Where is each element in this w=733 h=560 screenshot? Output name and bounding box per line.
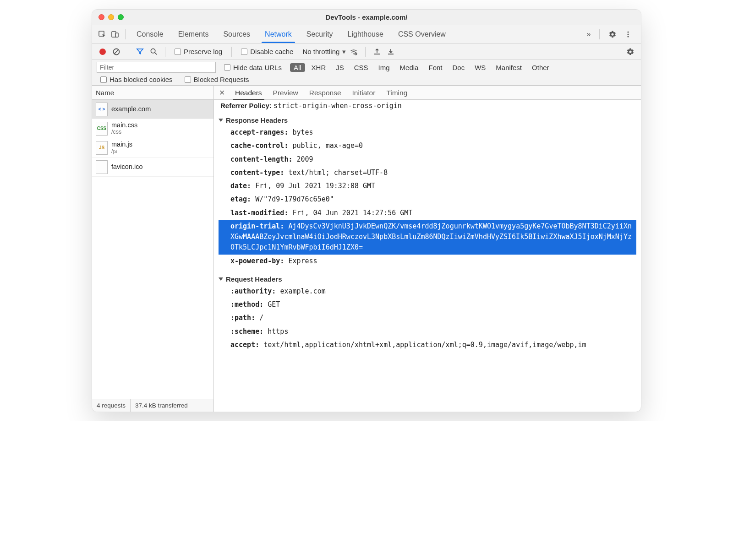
blocked-requests-checkbox[interactable]: Blocked Requests [185, 76, 249, 83]
traffic-lights [98, 14, 124, 20]
detail-tab-initiator[interactable]: Initiator [347, 86, 381, 99]
hide-data-urls-label: Hide data URLs [233, 64, 282, 71]
export-har-icon[interactable] [385, 46, 397, 58]
header-value: Fri, 04 Jun 2021 14:27:56 GMT [292, 209, 412, 217]
header-row[interactable]: content-length: 2009 [219, 153, 636, 166]
disable-cache-checkbox[interactable]: Disable cache [241, 48, 293, 55]
more-menu-icon[interactable] [622, 28, 635, 41]
tab-security[interactable]: Security [299, 25, 340, 43]
header-row[interactable]: accept: text/html,application/xhtml+xml,… [219, 338, 636, 352]
header-value: W/"7d9-179d76c65e0" [255, 195, 334, 203]
has-blocked-cookies-checkbox[interactable]: Has blocked cookies [100, 76, 173, 83]
request-headers-toggle[interactable]: Request Headers [219, 273, 636, 285]
header-row[interactable]: x-powered-by: Express [219, 255, 636, 268]
main-split: Name < >example.comCSSmain.css/cssJSmain… [92, 86, 641, 412]
network-settings-icon[interactable] [624, 46, 636, 58]
blocked-requests-label: Blocked Requests [194, 76, 249, 83]
divider [125, 29, 126, 39]
header-row[interactable]: :authority: example.com [219, 285, 636, 298]
throttling-select[interactable]: No throttling ▾ [302, 48, 346, 56]
js-file-icon: JS [96, 141, 108, 155]
tab-network[interactable]: Network [257, 25, 299, 43]
type-filter-js[interactable]: JS [332, 63, 348, 72]
search-icon[interactable] [148, 46, 159, 58]
clear-button[interactable] [110, 46, 122, 58]
divider [365, 47, 366, 57]
request-name: main.css [111, 122, 137, 129]
type-filter-manifest[interactable]: Manifest [492, 63, 525, 72]
header-name: accept: [230, 341, 263, 349]
svg-point-8 [151, 49, 155, 53]
request-row[interactable]: JSmain.js/js [92, 138, 213, 158]
filter-input[interactable] [97, 62, 216, 73]
header-row[interactable]: :method: GET [219, 298, 636, 311]
ico-file-icon [96, 160, 108, 174]
request-row[interactable]: < >example.com [92, 100, 213, 119]
type-filter-ws[interactable]: WS [471, 63, 489, 72]
type-filter-other[interactable]: Other [528, 63, 553, 72]
import-har-icon[interactable] [371, 46, 383, 58]
tab-console[interactable]: Console [129, 25, 171, 43]
header-value: https [268, 327, 288, 336]
inspect-element-icon[interactable] [96, 28, 109, 41]
type-filter-all[interactable]: All [290, 63, 305, 72]
header-name: :scheme: [230, 327, 268, 336]
detail-tab-headers[interactable]: Headers [230, 86, 268, 99]
css-file-icon: CSS [96, 122, 108, 136]
hide-data-urls-checkbox[interactable]: Hide data URLs [224, 64, 282, 71]
detail-tab-preview[interactable]: Preview [268, 86, 304, 99]
throttling-value: No throttling [302, 48, 339, 55]
tabs-overflow-button[interactable]: » [582, 30, 596, 38]
response-headers-toggle[interactable]: Response Headers [219, 114, 636, 126]
header-row[interactable]: :path: / [219, 311, 636, 325]
checkbox-icon [100, 76, 107, 83]
close-window-button[interactable] [98, 14, 104, 20]
header-name: date: [230, 182, 255, 190]
tab-lighthouse[interactable]: Lighthouse [340, 25, 391, 43]
header-row[interactable]: accept-ranges: bytes [219, 126, 636, 139]
header-row[interactable]: last-modified: Fri, 04 Jun 2021 14:27:56… [219, 207, 636, 220]
divider [231, 47, 232, 57]
filter-toggle-icon[interactable] [134, 46, 146, 58]
network-conditions-icon[interactable] [348, 46, 360, 58]
type-filter-xhr[interactable]: XHR [308, 63, 330, 72]
type-filter-css[interactable]: CSS [350, 63, 372, 72]
panel-tabbar: ConsoleElementsSourcesNetworkSecurityLig… [92, 25, 641, 43]
header-value: example.com [280, 287, 325, 295]
request-row[interactable]: favicon.ico [92, 158, 213, 177]
request-row[interactable]: CSSmain.css/css [92, 119, 213, 138]
type-filter-group: AllXHRJSCSSImgMediaFontDocWSManifestOthe… [290, 63, 553, 72]
tab-elements[interactable]: Elements [171, 25, 216, 43]
record-button[interactable] [97, 46, 109, 58]
preserve-log-checkbox[interactable]: Preserve log [175, 48, 222, 55]
checkbox-icon [224, 64, 230, 71]
type-filter-doc[interactable]: Doc [449, 63, 468, 72]
headers-body[interactable]: Referrer Policy: strict-origin-when-cros… [214, 100, 641, 412]
detail-tab-response[interactable]: Response [304, 86, 347, 99]
detail-tab-timing[interactable]: Timing [381, 86, 413, 99]
header-row[interactable]: date: Fri, 09 Jul 2021 19:32:08 GMT [219, 179, 636, 193]
header-row[interactable]: content-type: text/html; charset=UTF-8 [219, 166, 636, 179]
device-toolbar-icon[interactable] [109, 28, 121, 41]
header-row[interactable]: cache-control: public, max-age=0 [219, 139, 636, 152]
header-value: text/html,application/xhtml+xml,applicat… [263, 341, 586, 349]
html-file-icon: < > [96, 103, 108, 116]
window-title: DevTools - example.com/ [92, 13, 641, 21]
header-row[interactable]: etag: W/"7d9-179d76c65e0" [219, 193, 636, 206]
header-row[interactable]: origin-trial: Aj4DysCv3VjknU3jJvkDEwnQZK… [219, 220, 636, 255]
tab-sources[interactable]: Sources [216, 25, 257, 43]
minimize-window-button[interactable] [108, 14, 114, 20]
settings-icon[interactable] [606, 28, 619, 41]
status-bar: 4 requests 37.4 kB transferred [92, 399, 213, 412]
header-row[interactable]: :scheme: https [219, 325, 636, 338]
preserve-log-label: Preserve log [184, 48, 222, 55]
checkbox-icon [241, 49, 247, 55]
network-toolbar: Preserve log Disable cache No throttling… [92, 43, 641, 60]
type-filter-img[interactable]: Img [375, 63, 394, 72]
column-header-name[interactable]: Name [92, 86, 213, 100]
maximize-window-button[interactable] [118, 14, 124, 20]
close-detail-icon[interactable]: ✕ [217, 88, 227, 98]
type-filter-media[interactable]: Media [396, 63, 422, 72]
type-filter-font[interactable]: Font [425, 63, 446, 72]
tab-css-overview[interactable]: CSS Overview [391, 25, 453, 43]
